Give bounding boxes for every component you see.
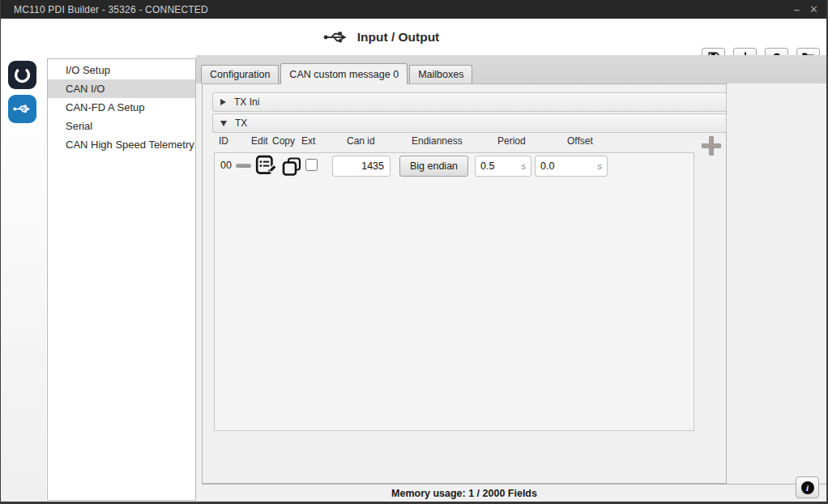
- message-rows-container: 00: [214, 152, 694, 431]
- offset-input[interactable]: [536, 156, 607, 176]
- nav-panel: I/O Setup CAN I/O CAN-FD A Setup Serial …: [47, 58, 196, 501]
- remove-row-button[interactable]: [236, 164, 251, 168]
- section-header-tx[interactable]: TX: [212, 113, 727, 133]
- table-row: 00: [215, 153, 694, 179]
- section-header-tx-ini[interactable]: TX Ini: [212, 92, 727, 112]
- ext-checkbox[interactable]: [305, 159, 318, 171]
- open-circle-icon: [13, 66, 32, 84]
- usb-icon: [323, 29, 350, 45]
- info-icon: i: [801, 481, 814, 494]
- memory-usage-label: Memory usage: 1 / 2000 Fields: [202, 488, 727, 499]
- column-header-endianness: Endianness: [412, 135, 463, 147]
- period-field: s: [475, 156, 531, 177]
- offset-field: s: [535, 156, 608, 177]
- window-title: MC110 PDI Builder - 35326 - CONNECTED: [14, 4, 208, 15]
- plus-icon: [702, 136, 721, 156]
- window-controls: – ✕: [794, 0, 818, 19]
- copy-icon: [281, 156, 302, 177]
- nav-item-can-fd-a-setup[interactable]: CAN-FD A Setup: [48, 98, 195, 117]
- page-title-label: Input / Output: [357, 30, 440, 45]
- header: Input / Output: [1, 19, 826, 55]
- nav-item-serial[interactable]: Serial: [48, 117, 195, 135]
- row-id-label: 00: [220, 160, 232, 171]
- column-header-edit: Edit: [251, 135, 268, 147]
- info-button[interactable]: i: [796, 476, 819, 498]
- section-label: TX: [235, 117, 247, 129]
- close-button[interactable]: ✕: [809, 4, 818, 15]
- titlebar: MC110 PDI Builder - 35326 - CONNECTED – …: [1, 0, 826, 19]
- collapse-arrow-icon: [220, 99, 226, 105]
- column-header-ext: Ext: [301, 135, 315, 147]
- edit-icon: [255, 155, 278, 177]
- app-sidebar: [1, 55, 46, 502]
- tab-can-custom-message-0[interactable]: CAN custom message 0: [280, 63, 408, 84]
- usb-icon: [13, 103, 32, 115]
- copy-message-button[interactable]: [281, 156, 302, 177]
- expand-arrow-icon: [220, 121, 227, 126]
- tab-configuration[interactable]: Configuration: [201, 65, 279, 83]
- nav-item-can-high-speed-telemetry[interactable]: CAN High Speed Telemetry: [48, 135, 195, 154]
- can-id-input[interactable]: [332, 156, 391, 177]
- minimize-button[interactable]: –: [794, 4, 800, 15]
- tab-bar: Configuration CAN custom message 0 Mailb…: [196, 55, 826, 83]
- column-header-id: ID: [219, 135, 228, 147]
- endianness-button[interactable]: Big endian: [399, 156, 468, 177]
- app-window: MC110 PDI Builder - 35326 - CONNECTED – …: [0, 0, 828, 504]
- edit-message-button[interactable]: [255, 155, 278, 177]
- tab-panel: TX Ini TX ID Edit Copy Ext Can id Endian…: [202, 83, 727, 484]
- status-bar: Memory usage: 1 / 2000 Fields i: [202, 484, 826, 504]
- column-header-copy: Copy: [272, 135, 295, 147]
- nav-item-io-setup[interactable]: I/O Setup: [48, 61, 195, 79]
- nav-item-can-io[interactable]: CAN I/O: [48, 79, 195, 98]
- offset-unit-label: s: [597, 161, 602, 171]
- sidebar-tile-platform[interactable]: [8, 61, 36, 89]
- main-area: Configuration CAN custom message 0 Mailb…: [196, 55, 826, 502]
- period-unit-label: s: [521, 161, 526, 171]
- add-message-button[interactable]: [702, 136, 721, 156]
- column-header-offset: Offset: [567, 135, 593, 147]
- sidebar-tile-input-output[interactable]: [8, 95, 36, 123]
- section-label: TX Ini: [234, 96, 259, 108]
- column-header-can-id: Can id: [347, 135, 375, 147]
- table-column-headers: ID Edit Copy Ext Can id Endianness Perio…: [203, 135, 726, 148]
- tab-mailboxes[interactable]: Mailboxes: [409, 65, 472, 83]
- column-header-period: Period: [497, 135, 526, 147]
